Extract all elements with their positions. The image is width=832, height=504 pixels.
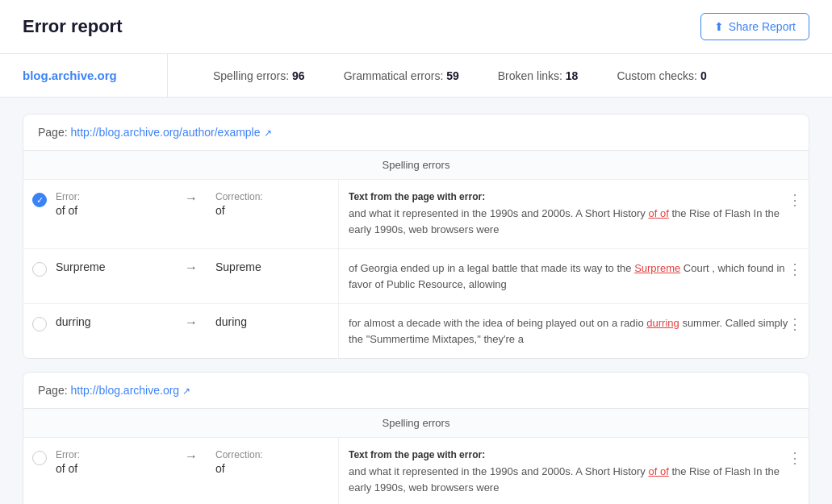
main-content: Page: http://blog.archive.org/author/exa… xyxy=(0,98,832,504)
correction-column: Supreme xyxy=(209,249,338,285)
arrow-icon: → xyxy=(185,304,209,341)
correction-text: of xyxy=(215,204,332,217)
arrow-icon: → xyxy=(185,180,209,217)
share-icon: ⬆ xyxy=(714,20,724,33)
more-options-button[interactable]: ⋮ xyxy=(788,315,802,333)
error-row: durring→duringfor almost a decade with t… xyxy=(23,304,809,358)
page-url-link[interactable]: http://blog.archive.org xyxy=(70,384,179,397)
context-text: of Georgia ended up in a legal battle th… xyxy=(349,260,799,292)
error-highlight: of of xyxy=(648,465,668,477)
error-column: Error:of of xyxy=(56,438,185,486)
error-checkbox[interactable] xyxy=(32,317,47,331)
correction-column: during xyxy=(209,304,338,339)
error-checkbox-container xyxy=(23,249,56,289)
context-column: of Georgia ended up in a legal battle th… xyxy=(338,249,809,303)
correction-label: Correction: xyxy=(215,449,332,460)
custom-checks-stat: Custom checks: 0 xyxy=(597,55,725,97)
error-checkbox-container xyxy=(23,438,56,478)
external-link-icon: ↗ xyxy=(264,127,272,139)
error-checkbox-container: ✓ xyxy=(23,180,56,220)
error-column: Error:of of xyxy=(56,180,185,228)
error-row: Error:of of→Correction:ofText from the p… xyxy=(23,438,809,504)
context-label: Text from the page with error: xyxy=(349,191,799,202)
arrow-icon: → xyxy=(185,249,209,286)
error-column: durring xyxy=(56,304,185,339)
more-options-button[interactable]: ⋮ xyxy=(788,449,802,467)
page-url-row: Page: http://blog.archive.org/author/exa… xyxy=(23,115,809,151)
error-label: Error: xyxy=(56,191,178,202)
context-column: Text from the page with error:and what i… xyxy=(338,438,809,504)
grammatical-stat: Grammatical errors: 59 xyxy=(324,55,479,97)
page-label: Page: xyxy=(38,126,70,139)
more-options-button[interactable]: ⋮ xyxy=(788,260,802,278)
page-url-link[interactable]: http://blog.archive.org/author/example xyxy=(70,126,260,139)
context-text: for almost a decade with the idea of bei… xyxy=(349,315,799,347)
error-label: Error: xyxy=(56,449,178,460)
error-checkbox[interactable] xyxy=(32,262,47,277)
share-report-button[interactable]: ⬆ Share Report xyxy=(700,13,809,40)
spelling-stat: Spelling errors: 96 xyxy=(194,55,324,97)
page-header: Error report ⬆ Share Report xyxy=(0,0,832,54)
error-text: Surpreme xyxy=(56,260,178,273)
error-highlight: Surpreme xyxy=(634,262,680,274)
page-section-1: Page: http://blog.archive.org↗Spelling e… xyxy=(23,372,809,504)
error-row: Surpreme→Supremeof Georgia ended up in a… xyxy=(23,249,809,304)
external-link-icon: ↗ xyxy=(182,385,190,397)
page-label: Page: xyxy=(38,384,70,397)
error-checkbox[interactable] xyxy=(32,451,47,465)
spelling-errors-header: Spelling errors xyxy=(23,151,809,180)
error-row: ✓Error:of of→Correction:ofText from the … xyxy=(23,180,809,249)
context-text: and what it represented in the 1990s and… xyxy=(349,464,799,495)
correction-column: Correction:of xyxy=(209,438,338,486)
context-label: Text from the page with error: xyxy=(349,449,799,460)
stats-bar: blog.archive.org Spelling errors: 96 Gra… xyxy=(0,54,832,98)
error-text: of of xyxy=(56,204,178,217)
page-section-0: Page: http://blog.archive.org/author/exa… xyxy=(23,114,809,359)
correction-label: Correction: xyxy=(215,191,332,202)
correction-column: Correction:of xyxy=(209,180,338,228)
error-text: of of xyxy=(56,462,178,475)
error-text: durring xyxy=(56,315,178,328)
context-text: and what it represented in the 1990s and… xyxy=(349,206,799,237)
correction-text: during xyxy=(215,315,332,328)
error-column: Surpreme xyxy=(56,249,185,285)
context-column: Text from the page with error:and what i… xyxy=(338,180,809,248)
error-checkbox-container xyxy=(23,304,56,344)
page-title: Error report xyxy=(23,16,122,37)
error-highlight: durring xyxy=(646,317,679,329)
correction-text: of xyxy=(215,462,332,475)
correction-text: Supreme xyxy=(215,260,332,273)
error-checkbox[interactable]: ✓ xyxy=(32,193,47,207)
broken-links-stat: Broken links: 18 xyxy=(479,55,598,97)
arrow-icon: → xyxy=(185,438,209,475)
more-options-button[interactable]: ⋮ xyxy=(788,191,802,209)
site-name[interactable]: blog.archive.org xyxy=(23,54,168,97)
context-column: for almost a decade with the idea of bei… xyxy=(338,304,809,358)
error-highlight: of of xyxy=(648,207,668,219)
page-url-row: Page: http://blog.archive.org↗ xyxy=(23,373,809,409)
spelling-errors-header: Spelling errors xyxy=(23,409,809,438)
